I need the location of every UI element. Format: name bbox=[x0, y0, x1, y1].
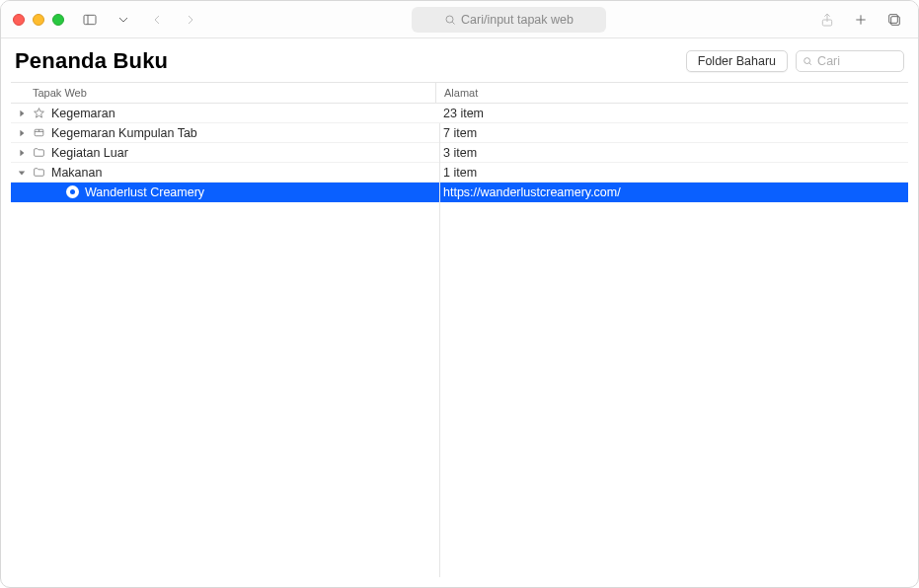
bookmark-search-box[interactable] bbox=[796, 50, 904, 72]
window-titlebar: Cari/input tapak web bbox=[1, 1, 918, 38]
toolbar-right-group bbox=[815, 8, 906, 32]
page-header: Penanda Buku Folder Baharu bbox=[1, 38, 918, 82]
svg-line-3 bbox=[452, 22, 454, 24]
close-window-button[interactable] bbox=[13, 14, 25, 26]
row-name: Kegiatan Luar bbox=[51, 146, 128, 160]
folder-icon bbox=[32, 166, 45, 180]
tab-group-icon bbox=[32, 126, 45, 140]
new-tab-button[interactable] bbox=[849, 8, 873, 32]
svg-marker-18 bbox=[18, 171, 24, 175]
search-icon bbox=[444, 14, 456, 26]
new-folder-button[interactable]: Folder Baharu bbox=[686, 50, 788, 72]
bookmark-item[interactable]: Wanderlust Creameryhttps://wanderlustcre… bbox=[11, 183, 908, 202]
share-button[interactable] bbox=[815, 8, 839, 32]
star-icon bbox=[32, 107, 45, 120]
svg-marker-12 bbox=[34, 109, 43, 117]
minimize-window-button[interactable] bbox=[33, 14, 44, 26]
row-address: 1 item bbox=[435, 166, 908, 180]
forward-button[interactable] bbox=[179, 8, 202, 32]
zoom-window-button[interactable] bbox=[52, 14, 64, 26]
row-address: 7 item bbox=[435, 126, 908, 140]
sidebar-toggle-button[interactable] bbox=[78, 8, 102, 32]
row-address: 23 item bbox=[435, 107, 908, 120]
svg-rect-8 bbox=[889, 14, 898, 23]
bookmark-folder[interactable]: Kegemaran23 item bbox=[11, 104, 908, 123]
table-column-headers: Tapak Web Alamat bbox=[11, 82, 908, 104]
row-name: Makanan bbox=[51, 166, 102, 180]
address-placeholder: Cari/input tapak web bbox=[461, 13, 574, 27]
disclosure-triangle-icon[interactable] bbox=[17, 129, 26, 137]
row-address: https://wanderlustcreamery.com/ bbox=[435, 185, 908, 199]
svg-marker-13 bbox=[20, 129, 24, 135]
page-title: Penanda Buku bbox=[15, 48, 168, 74]
disclosure-triangle-icon[interactable] bbox=[17, 169, 26, 177]
row-address: 3 item bbox=[435, 146, 908, 160]
column-header-address[interactable]: Alamat bbox=[435, 83, 908, 103]
svg-rect-0 bbox=[84, 15, 96, 24]
search-icon bbox=[803, 55, 812, 67]
back-button[interactable] bbox=[145, 8, 169, 32]
row-name: Kegemaran Kumpulan Tab bbox=[51, 126, 197, 140]
row-name: Wanderlust Creamery bbox=[85, 185, 204, 199]
sidebar-menu-button[interactable] bbox=[112, 8, 135, 32]
disclosure-triangle-icon[interactable] bbox=[17, 149, 26, 157]
address-bar[interactable]: Cari/input tapak web bbox=[412, 7, 605, 33]
bookmark-folder[interactable]: Kegiatan Luar3 item bbox=[11, 143, 908, 163]
window-controls bbox=[13, 14, 64, 26]
svg-point-9 bbox=[804, 58, 810, 64]
svg-line-10 bbox=[809, 63, 811, 65]
folder-icon bbox=[32, 146, 45, 160]
toolbar-left-group bbox=[78, 8, 202, 32]
bookmarks-table: Tapak Web Alamat Kegemaran23 itemKegemar… bbox=[1, 82, 918, 587]
bookmark-folder[interactable]: Makanan1 item bbox=[11, 163, 908, 183]
tab-overview-button[interactable] bbox=[882, 8, 906, 32]
svg-rect-7 bbox=[891, 16, 900, 25]
disclosure-triangle-icon[interactable] bbox=[17, 110, 26, 117]
bookmark-folder[interactable]: Kegemaran Kumpulan Tab7 item bbox=[11, 123, 908, 143]
bookmark-search-input[interactable] bbox=[817, 54, 897, 68]
svg-marker-17 bbox=[20, 149, 24, 155]
column-header-name[interactable]: Tapak Web bbox=[11, 83, 435, 103]
row-name: Kegemaran bbox=[51, 107, 115, 120]
svg-point-2 bbox=[446, 16, 453, 23]
site-favicon-icon bbox=[65, 185, 79, 199]
svg-marker-11 bbox=[20, 110, 24, 115]
